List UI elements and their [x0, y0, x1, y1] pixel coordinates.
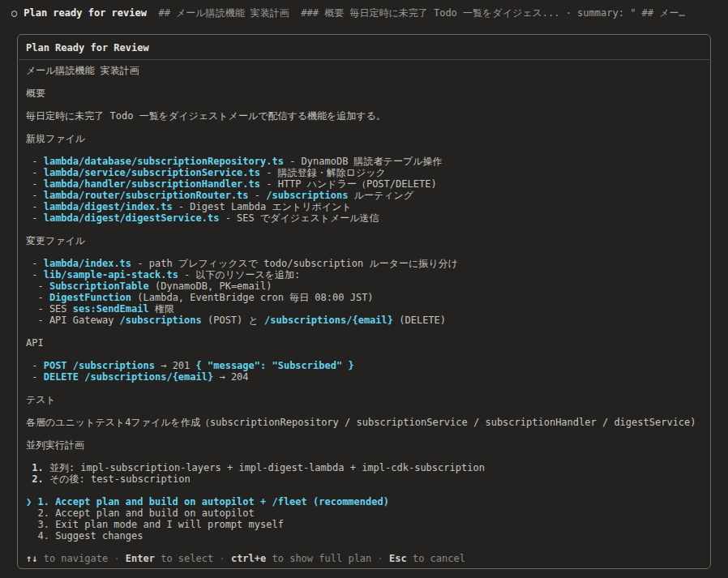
plan-line: 新規ファイル: [26, 133, 702, 144]
footer-hints: ↑↓ to navigate · Enter to select · ctrl+…: [26, 553, 702, 564]
plan-option-label: 1. Accept plan and build on autopilot + …: [37, 496, 388, 507]
status-line: ○Plan ready for review ## メール購読機能 実装計画 #…: [0, 0, 728, 19]
plan-line: 毎日定時に未完了 Todo 一覧をダイジェストメールで配信する機能を追加する。: [26, 110, 702, 122]
plan-line: [26, 122, 702, 133]
plan-body: メール購読機能 実装計画 概要 毎日定時に未完了 Todo 一覧をダイジェストメ…: [26, 65, 702, 496]
plan-line: - lambda/database/subscriptionRepository…: [26, 156, 702, 167]
plan-line: [26, 224, 702, 235]
plan-line: [26, 451, 702, 462]
plan-line: 2. その後: test-subscription: [26, 473, 702, 485]
plan-status-icon: ○: [11, 7, 17, 19]
plan-line: - lib/sample-api-stack.ts - 以下のリソースを追加:: [26, 269, 702, 280]
plan-line: [26, 246, 702, 258]
plan-line: API: [26, 337, 702, 349]
plan-line: - lambda/handler/subscriptionHandler.ts …: [26, 178, 702, 190]
status-preview: ## メール購読機能 実装計画 ### 概要 毎日定時に未完了 Todo 一覧を…: [158, 7, 684, 19]
plan-line: [26, 144, 702, 156]
plan-review-panel: Plan Ready for Review メール購読機能 実装計画 概要 毎日…: [17, 34, 711, 569]
plan-line: - DigestFunction (Lambda, EventBridge cr…: [26, 292, 702, 303]
plan-line: [26, 326, 702, 337]
selection-pointer-icon: [26, 519, 37, 530]
plan-line: 概要: [26, 88, 702, 99]
plan-option[interactable]: 3. Exit plan mode and I will prompt myse…: [26, 519, 702, 530]
plan-line: テスト: [26, 394, 702, 405]
plan-option[interactable]: 4. Suggest changes: [26, 530, 702, 542]
plan-option[interactable]: 2. Accept plan and build on autopilot: [26, 507, 702, 519]
plan-line: [26, 383, 702, 394]
plan-line: 各層のユニットテスト4ファイルを作成（subscriptionRepositor…: [26, 417, 702, 428]
plan-line: - lambda/service/subscriptionService.ts …: [26, 167, 702, 178]
plan-option-selected[interactable]: ❯ 1. Accept plan and build on autopilot …: [26, 496, 702, 507]
plan-line: - SubscriptionTable (DynamoDB, PK=email): [26, 280, 702, 292]
plan-line: - lambda/digest/digestService.ts - SES で…: [26, 212, 702, 224]
plan-line: - POST /subscriptions → 201 { "message":…: [26, 360, 702, 371]
plan-line: メール購読機能 実装計画: [26, 65, 702, 76]
plan-line: - API Gateway /subscriptions (POST) と /s…: [26, 315, 702, 326]
selection-pointer-icon: [26, 507, 37, 519]
plan-line: 1. 並列: impl-subscription-layers + impl-d…: [26, 462, 702, 473]
plan-line: - lambda/router/subscriptionRouter.ts - …: [26, 190, 702, 201]
plan-line: 変更ファイル: [26, 235, 702, 246]
selection-pointer-icon: ❯: [26, 496, 37, 507]
plan-line: - lambda/index.ts - path プレフィックスで todo/s…: [26, 258, 702, 269]
plan-line: [26, 99, 702, 110]
plan-line: - DELETE /subscriptions/{email} → 204: [26, 371, 702, 383]
plan-line: - SES ses:SendEmail 権限: [26, 303, 702, 315]
plan-option-label: 4. Suggest changes: [37, 530, 143, 542]
divider: [19, 59, 709, 60]
plan-options: ❯ 1. Accept plan and build on autopilot …: [26, 496, 702, 542]
plan-line: [26, 485, 702, 496]
selection-pointer-icon: [26, 530, 37, 542]
plan-option-label: 3. Exit plan mode and I will prompt myse…: [37, 519, 283, 530]
plan-option-label: 2. Accept plan and build on autopilot: [37, 507, 254, 519]
plan-line: [26, 405, 702, 417]
plan-line: - lambda/digest/index.ts - Digest Lambda…: [26, 201, 702, 212]
plan-line: [26, 349, 702, 360]
plan-line: [26, 428, 702, 439]
plan-line: [26, 76, 702, 88]
plan-line: 並列実行計画: [26, 439, 702, 451]
status-title: Plan ready for review: [24, 7, 147, 19]
panel-title: Plan Ready for Review: [26, 42, 702, 54]
